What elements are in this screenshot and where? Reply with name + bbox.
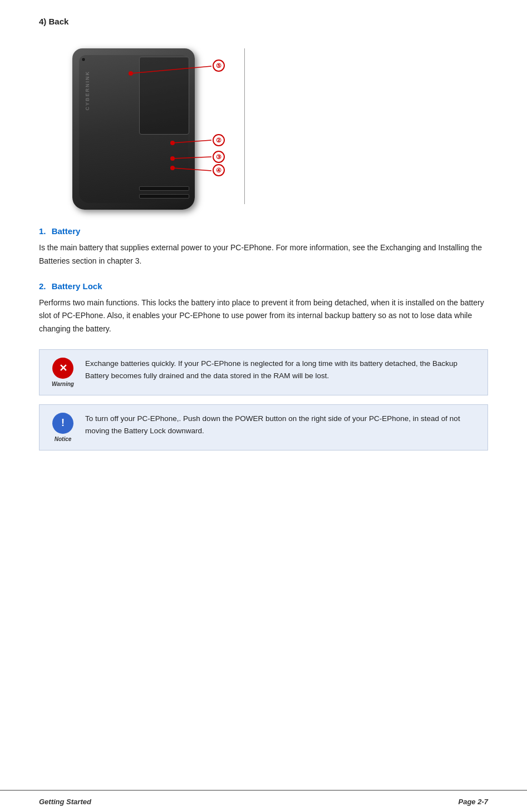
footer-left: Getting Started xyxy=(39,798,91,806)
callout-4: ④ xyxy=(213,164,225,176)
warning-label: Warning xyxy=(52,381,74,387)
battery-lock-title-text: Battery Lock xyxy=(52,281,102,291)
battery-body: Is the main battery that supplies extern… xyxy=(39,241,488,268)
section-heading: 4) Back xyxy=(39,17,488,26)
diagram-divider xyxy=(244,48,245,204)
notice-icon-circle: ! xyxy=(52,413,73,434)
section-battery-lock: 2. Battery Lock Performs two main functi… xyxy=(39,281,488,336)
battery-lock-body: Performs two main functions. This locks … xyxy=(39,296,488,336)
battery-compartment xyxy=(139,57,189,135)
warning-box: ✕ Warning Exchange batteries quickly. If… xyxy=(39,349,488,395)
device-back-panel: CYBERNINK xyxy=(72,48,195,210)
battery-number: 1. xyxy=(39,226,46,236)
page-container: 4) Back CYBERNINK xyxy=(0,0,527,504)
callout-5: ⑤ xyxy=(213,60,225,72)
notice-box: ! Notice To turn off your PC-EPhone,. Pu… xyxy=(39,404,488,450)
notice-exclamation-icon: ! xyxy=(61,417,65,429)
footer-right: Page 2-7 xyxy=(459,798,488,806)
section-battery: 1. Battery Is the main battery that supp… xyxy=(39,226,488,268)
connector-bottom xyxy=(139,194,189,199)
device-image-container: CYBERNINK xyxy=(39,37,245,210)
battery-title: 1. Battery xyxy=(39,226,488,236)
diagram-area: CYBERNINK xyxy=(39,37,488,210)
callout-3: ③ xyxy=(213,151,225,163)
notice-label: Notice xyxy=(55,436,72,442)
warning-icon-circle: ✕ xyxy=(52,358,73,379)
page-footer: Getting Started Page 2-7 xyxy=(0,790,527,812)
screw-top-left xyxy=(81,57,86,62)
callout-2: ② xyxy=(213,134,225,146)
warning-x-icon: ✕ xyxy=(59,362,67,374)
battery-lock-title: 2. Battery Lock xyxy=(39,281,488,291)
battery-lock-number: 2. xyxy=(39,281,46,291)
battery-title-text: Battery xyxy=(52,226,81,236)
notice-text: To turn off your PC-EPhone,. Push down t… xyxy=(85,413,479,438)
warning-text: Exchange batteries quickly. If your PC-E… xyxy=(85,358,479,383)
notice-icon-area: ! Notice xyxy=(48,413,77,442)
device-brand: CYBERNINK xyxy=(85,71,90,111)
warning-icon-area: ✕ Warning xyxy=(48,358,77,387)
connector-middle xyxy=(139,186,189,191)
